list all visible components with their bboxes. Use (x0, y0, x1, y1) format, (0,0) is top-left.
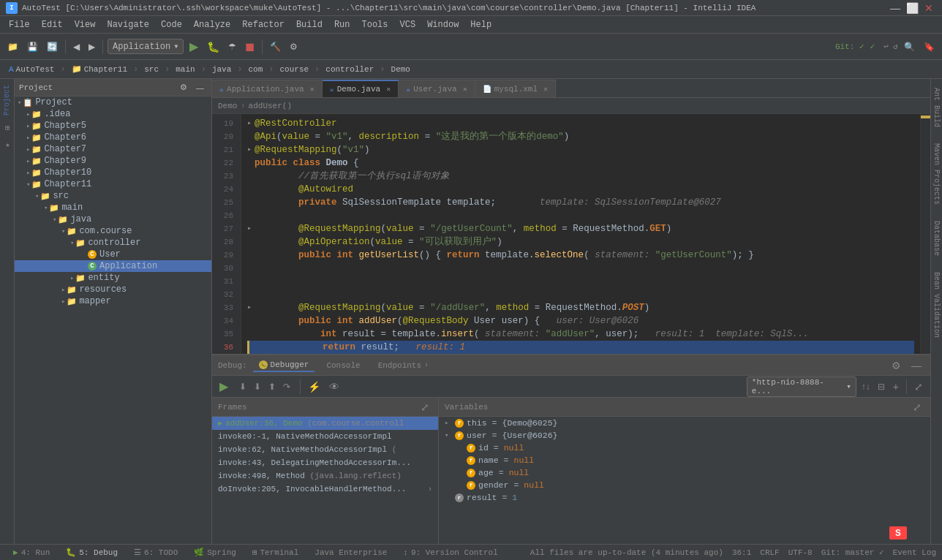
variables-expand-button[interactable]: ⤢ (910, 400, 924, 415)
tree-resources[interactable]: ▸ 📁 resources (15, 284, 211, 295)
panel-settings-button[interactable]: ⚙ (889, 358, 904, 373)
var-user-name-field[interactable]: f name = null (439, 454, 930, 466)
toolbar-sync-button[interactable]: 🔄 (44, 40, 61, 53)
menu-run[interactable]: Run (328, 18, 356, 31)
maximize-button[interactable]: ⬜ (903, 1, 922, 15)
menu-help[interactable]: Help (464, 18, 497, 31)
debug-tab-console[interactable]: Console (320, 360, 366, 371)
tab-application-close[interactable]: ✕ (310, 85, 314, 94)
fold-19[interactable]: ▸ (247, 117, 252, 130)
tree-src[interactable]: ▾ 📁 src (15, 190, 211, 202)
tree-mapper[interactable]: ▸ 📁 mapper (15, 295, 211, 307)
tree-chapter7[interactable]: ▸ 📁 Chapter7 (15, 143, 211, 155)
tab-demo-java[interactable]: ☕ Demo.java ✕ (323, 80, 399, 97)
debug-button[interactable]: 🐛 (204, 39, 222, 54)
var-result[interactable]: r result = 1 (439, 491, 930, 504)
code-area[interactable]: ▸ @RestController @Api(value = "v1", des… (241, 114, 920, 354)
minimize-button[interactable]: — (887, 1, 903, 15)
tab-user-java[interactable]: ☕ User.java ✕ (399, 80, 475, 97)
watch-button[interactable]: 👁 (326, 379, 342, 394)
tree-main[interactable]: ▾ 📁 main (15, 202, 211, 213)
fold-34[interactable] (247, 314, 252, 328)
tab-user-close[interactable]: ✕ (463, 85, 467, 94)
bookmark-button[interactable]: 🔖 (921, 40, 938, 53)
debug-tab-status[interactable]: 🐛 5: Debug (59, 546, 125, 559)
fold-35[interactable] (247, 328, 252, 341)
app-dropdown[interactable]: Application ▾ (108, 39, 184, 54)
frame-doinvoke[interactable]: doInvoke:205, InvocableHandlerMethod... … (212, 483, 438, 496)
project-collapse-button[interactable]: — (193, 81, 207, 94)
panel-minimize-button[interactable]: — (908, 358, 924, 373)
var-user-id[interactable]: f id = null (439, 442, 930, 454)
menu-navigate[interactable]: Navigate (101, 18, 155, 31)
frame-invoke0[interactable]: invoke0:-1, NativeMethodAccessorImpl (212, 430, 438, 443)
toolbar-open-button[interactable]: 📁 (4, 40, 21, 53)
status-position[interactable]: 36:1 (732, 548, 751, 557)
tree-project[interactable]: ▾ 📋 Project (15, 97, 211, 108)
spring-tab[interactable]: 🌿 Spring (186, 546, 244, 559)
tree-application-file[interactable]: C Application (15, 260, 211, 272)
tab-application-java[interactable]: ☕ Application.java ✕ (212, 80, 323, 97)
tree-chapter9[interactable]: ▸ 📁 Chapter9 (15, 155, 211, 167)
var-user-age[interactable]: f age = null (439, 466, 930, 479)
var-user-gender[interactable]: f gender = null (439, 479, 930, 491)
fold-25[interactable] (247, 196, 252, 209)
var-user-expand[interactable]: ▾ (445, 431, 452, 439)
frames-expand-button[interactable]: ⤢ (418, 400, 432, 415)
toolbar-save-button[interactable]: 💾 (24, 40, 41, 53)
frame-invoke62[interactable]: invoke:62, NativeMethodAccessorImpl ( (212, 443, 438, 456)
debug-tab-endpoints[interactable]: Endpoints › (372, 360, 434, 371)
step-into-button[interactable]: ⬇ (252, 381, 263, 393)
fold-36[interactable] (249, 341, 254, 354)
step-out-button[interactable]: ⬆ (266, 381, 278, 393)
tree-chapter11[interactable]: ▾ 📁 Chapter11 (15, 178, 211, 190)
breadcrumb-demo[interactable]: Demo (218, 102, 237, 110)
maven-projects-panel[interactable]: Maven Projects (931, 140, 942, 208)
var-this[interactable]: ▸ f this = {Demo@6025} (439, 417, 930, 429)
nav-controller[interactable]: controller (321, 64, 378, 75)
status-encoding[interactable]: UTF-8 (788, 548, 813, 557)
tree-entity[interactable]: ▸ 📁 entity (15, 272, 211, 284)
version-control-tab[interactable]: ↕ 9: Version Control (396, 547, 505, 559)
menu-window[interactable]: Window (421, 18, 464, 31)
tab-demo-close[interactable]: ✕ (386, 85, 391, 94)
fold-27[interactable]: ▸ (247, 222, 252, 235)
nav-com[interactable]: com (244, 64, 267, 75)
terminal-tab[interactable]: ⊞ Terminal (245, 546, 306, 559)
fold-23[interactable] (247, 170, 252, 183)
nav-chapter11[interactable]: 📁 Chapter11 (67, 63, 132, 75)
thread-filter-button[interactable]: ⊟ (875, 381, 887, 393)
stop-button[interactable]: ◼ (242, 38, 257, 55)
menu-view[interactable]: View (69, 18, 102, 31)
fold-24[interactable] (247, 183, 252, 196)
fold-29[interactable] (247, 249, 252, 262)
search-button[interactable]: 🔍 (901, 40, 918, 53)
nav-autotest[interactable]: A AutoTest (4, 64, 59, 75)
nav-java[interactable]: java (208, 64, 236, 75)
nav-course[interactable]: course (276, 64, 314, 75)
editor-content[interactable]: 19 20 21 22 23 24 25 26 27 28 29 30 31 3… (212, 114, 930, 354)
bean-validation-panel[interactable]: Bean Validation (931, 269, 942, 341)
tab-mysql-close[interactable]: ✕ (543, 85, 548, 94)
database-panel[interactable]: Database (931, 218, 942, 259)
var-this-expand[interactable]: ▸ (445, 419, 452, 427)
coverage-button[interactable]: ☂ (225, 40, 239, 53)
settings-button[interactable]: ⚙ (287, 40, 301, 53)
tree-com-course[interactable]: ▾ 📁 com.course (15, 225, 211, 237)
todo-tab[interactable]: ☰ 6: TODO (127, 546, 185, 559)
event-log[interactable]: Event Log (893, 548, 936, 557)
tree-user-file[interactable]: C User (15, 249, 211, 260)
menu-edit[interactable]: Edit (36, 18, 69, 31)
debug-expand-button[interactable]: ⤢ (911, 379, 926, 394)
nav-src[interactable]: src (140, 64, 163, 75)
fold-20[interactable] (247, 130, 252, 143)
thread-sort-button[interactable]: ↑↓ (859, 381, 873, 393)
project-icon[interactable]: Project (1, 82, 12, 118)
project-settings-button[interactable]: ⚙ (177, 81, 190, 94)
var-user[interactable]: ▾ f user = {User@6026} (439, 429, 930, 442)
run-tab[interactable]: ▶ 4: Run (6, 546, 57, 559)
debug-tab-debugger[interactable]: 🐛 Debugger (253, 359, 315, 372)
run-to-cursor-button[interactable]: ↷ (281, 381, 293, 393)
menu-file[interactable]: File (3, 18, 36, 31)
tree-chapter5[interactable]: ▸ 📁 Chapter5 (15, 120, 211, 132)
